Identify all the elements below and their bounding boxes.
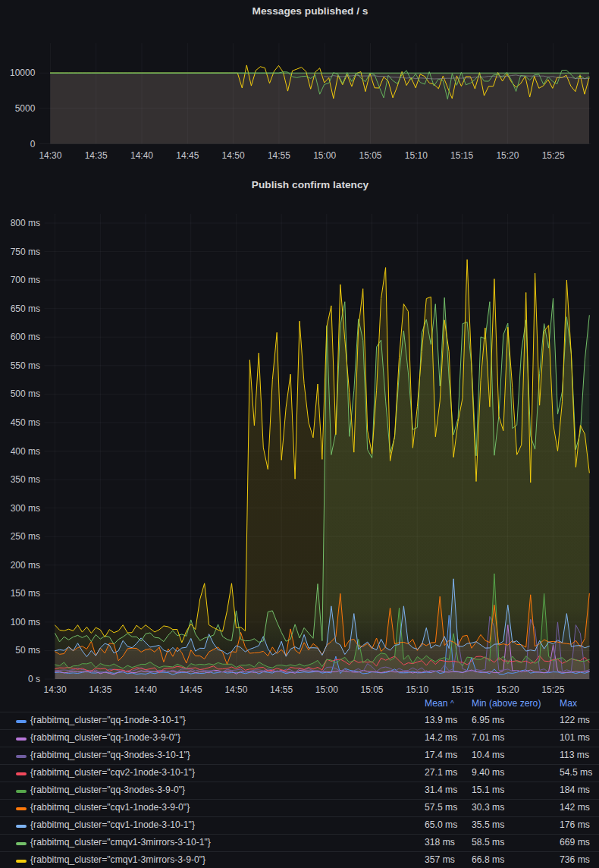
svg-text:50 ms: 50 ms <box>15 645 40 656</box>
svg-text:15:00: 15:00 <box>315 684 338 695</box>
svg-text:500 ms: 500 ms <box>11 388 40 399</box>
svg-text:200 ms: 200 ms <box>11 560 40 571</box>
svg-text:15:15: 15:15 <box>451 684 474 695</box>
svg-text:10000: 10000 <box>10 68 36 78</box>
svg-text:15:25: 15:25 <box>542 150 565 161</box>
svg-text:14:30: 14:30 <box>44 684 67 695</box>
svg-text:14:35: 14:35 <box>85 150 108 161</box>
svg-text:400 ms: 400 ms <box>11 446 40 457</box>
svg-text:350 ms: 350 ms <box>11 474 40 485</box>
svg-text:300 ms: 300 ms <box>11 503 40 514</box>
svg-text:250 ms: 250 ms <box>11 531 40 542</box>
svg-text:14:40: 14:40 <box>134 684 157 695</box>
svg-text:450 ms: 450 ms <box>11 417 40 428</box>
svg-text:14:45: 14:45 <box>180 684 202 695</box>
svg-text:14:45: 14:45 <box>176 150 199 161</box>
svg-text:15:20: 15:20 <box>496 150 519 161</box>
svg-text:14:55: 14:55 <box>268 150 290 161</box>
svg-text:0: 0 <box>30 139 36 149</box>
svg-text:15:00: 15:00 <box>313 150 336 161</box>
svg-text:15:25: 15:25 <box>541 684 564 695</box>
svg-text:14:40: 14:40 <box>130 150 153 161</box>
svg-text:15:20: 15:20 <box>497 684 519 695</box>
svg-text:15:15: 15:15 <box>450 150 473 161</box>
svg-text:14:55: 14:55 <box>270 684 293 695</box>
svg-text:750 ms: 750 ms <box>11 247 40 257</box>
svg-text:14:50: 14:50 <box>224 684 247 695</box>
svg-text:15:05: 15:05 <box>360 684 383 695</box>
svg-text:100 ms: 100 ms <box>11 617 40 627</box>
svg-text:15:10: 15:10 <box>406 684 428 695</box>
svg-text:14:30: 14:30 <box>39 150 61 161</box>
svg-text:550 ms: 550 ms <box>11 360 40 371</box>
svg-text:600 ms: 600 ms <box>11 332 40 342</box>
svg-text:15:05: 15:05 <box>359 150 381 161</box>
svg-text:650 ms: 650 ms <box>11 303 40 314</box>
svg-text:14:35: 14:35 <box>89 684 111 695</box>
svg-text:0 s: 0 s <box>28 674 40 684</box>
svg-text:150 ms: 150 ms <box>11 588 40 599</box>
svg-text:15:10: 15:10 <box>405 150 428 161</box>
svg-text:700 ms: 700 ms <box>11 275 40 285</box>
svg-text:14:50: 14:50 <box>222 150 245 161</box>
svg-text:5000: 5000 <box>15 103 36 114</box>
svg-text:800 ms: 800 ms <box>11 218 40 228</box>
